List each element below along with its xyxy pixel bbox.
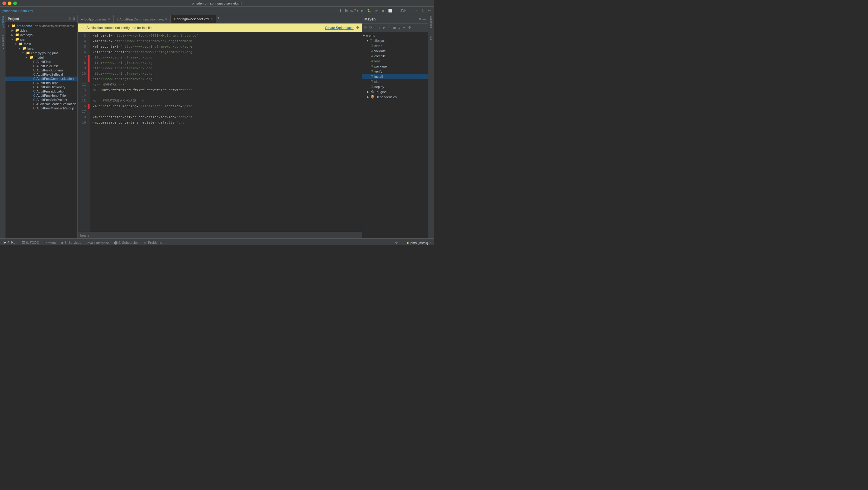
- database-tab[interactable]: Database: [430, 16, 433, 28]
- maven-settings-gear-btn[interactable]: ⚙: [407, 25, 412, 30]
- run-tab-close-btn[interactable]: ✕: [429, 241, 432, 244]
- editor-area: ≡ log4j.properties ✕ J AuditPmsCommunica…: [78, 15, 362, 238]
- code-line-8: http://www.springframework.org: [93, 60, 359, 66]
- maximize-button[interactable]: [13, 1, 17, 5]
- vcs-icon[interactable]: ⬆: [338, 8, 343, 13]
- tree-AuditPmsDept[interactable]: ▶ C AuditPmsDept: [5, 81, 78, 85]
- svn-history[interactable]: ↻: [421, 8, 425, 13]
- run-button[interactable]: ▶: [360, 8, 364, 13]
- tree-idea[interactable]: ▶ 📁 .idea: [5, 28, 78, 33]
- tree-AuditPmsDictionary[interactable]: ▶ C AuditPmsDictionary: [5, 85, 78, 89]
- svn-commit[interactable]: ✓: [414, 8, 419, 13]
- tree-model[interactable]: ▾ 📁 model: [5, 55, 78, 60]
- problems-tab[interactable]: ⚠ Problems: [142, 240, 163, 245]
- maven-reimport-btn[interactable]: ↻: [368, 25, 373, 30]
- toolbar-btn3[interactable]: ⬜: [387, 8, 393, 13]
- todo-tab[interactable]: ☰ 6: TODO: [21, 240, 40, 245]
- tree-overlays[interactable]: ▶ 📁 overlays: [5, 33, 78, 37]
- tree-AuditPmsMainTechGroup[interactable]: ▶ C AuditPmsMainTechGroup: [5, 106, 78, 110]
- breadcrumb-file[interactable]: pom.xml: [21, 9, 33, 13]
- tree-root-item[interactable]: ▾ 📁 pmsdemo ~/PRO/IdeaProjects/pmsdemo: [5, 24, 78, 28]
- maven-verify[interactable]: ⚙ verify: [362, 69, 428, 74]
- java-enterprise-tab[interactable]: Java Enterprise: [85, 241, 110, 245]
- maven-refresh-btn[interactable]: ⟳: [363, 25, 368, 30]
- tree-AuditFieldCommu[interactable]: ▶ C AuditFieldCommu: [5, 68, 78, 72]
- code-content[interactable]: xmlns:xsi="http://www.w3.org/2001/XMLSch…: [90, 32, 362, 232]
- maven-profiles-btn[interactable]: ≋: [402, 25, 407, 30]
- maven-m-btn[interactable]: m: [387, 26, 391, 30]
- main-layout: 1: Project 2: Structure Project ⚙ ⊞ ▾ 📁 …: [0, 15, 434, 238]
- svn-update[interactable]: ↓: [409, 9, 413, 13]
- toolbar-btn2[interactable]: ⏸: [380, 9, 385, 13]
- maven-root-arrow: ▾: [363, 34, 365, 37]
- maven-run-btn[interactable]: ▶: [382, 25, 386, 30]
- maven-pms-icon: ■: [366, 34, 368, 37]
- breadcrumb: pmsdemo › pom.xml: [2, 9, 33, 13]
- run-settings-icon[interactable]: ⚙: [395, 241, 398, 244]
- tab-xml[interactable]: X springmvc-servlet.xml ✕: [170, 15, 216, 23]
- maven-download-btn[interactable]: ↓: [373, 26, 377, 30]
- tab-log4j[interactable]: ≡ log4j.properties ✕: [78, 15, 114, 23]
- close-button[interactable]: [2, 1, 6, 5]
- svn-revert[interactable]: ↩: [427, 8, 432, 13]
- tree-AuditFieldSelfeval[interactable]: ▶ C AuditFieldSelfeval: [5, 72, 78, 76]
- maven-compile-icon: ⚙: [370, 54, 373, 58]
- maven-validate[interactable]: ⚙ validate: [362, 48, 428, 53]
- maven-install[interactable]: ⚙ install: [362, 74, 428, 79]
- maven-lifecycle-btn[interactable]: ≡: [398, 26, 401, 30]
- maven-pms-label: pms: [369, 34, 375, 37]
- tab-java-close[interactable]: ✕: [165, 18, 167, 21]
- tab-xml-close[interactable]: ✕: [210, 17, 213, 21]
- title-bar: pmsdemo – springmvc-servlet.xml: [0, 0, 434, 7]
- run-tab[interactable]: ▶ 4: Run: [2, 240, 19, 245]
- tree-AuditField[interactable]: ▶ C AuditField: [5, 60, 78, 64]
- run-close-icon[interactable]: —: [399, 241, 402, 244]
- maven-clean[interactable]: ⚙ clean: [362, 43, 428, 48]
- maven-compile[interactable]: ⚙ compile: [362, 53, 428, 58]
- panel-settings-icon[interactable]: ⚙: [69, 17, 71, 20]
- maven-skip-btn[interactable]: ⏭: [392, 26, 397, 30]
- maven-dependencies[interactable]: ▶ 📦 Dependencies: [362, 94, 428, 99]
- tree-src[interactable]: ▾ 📁 src: [5, 37, 78, 41]
- maven-close-icon[interactable]: —: [423, 18, 426, 21]
- tree-AuditPmsEducation[interactable]: ▶ C AuditPmsEducation: [5, 89, 78, 93]
- sidebar-project-label[interactable]: 1: Project: [1, 16, 4, 28]
- minimize-button[interactable]: [8, 1, 11, 5]
- tab-more-btn[interactable]: ▾: [217, 15, 219, 23]
- services-tab[interactable]: ▶ 8: Services: [60, 240, 82, 245]
- tree-AuditPmsLeaderEvaluation[interactable]: ▶ C AuditPmsLeaderEvaluation: [5, 102, 78, 106]
- panel-expand-icon[interactable]: ⊞: [73, 17, 75, 20]
- ant-tab[interactable]: Ant: [430, 36, 433, 40]
- server-dropdown[interactable]: Tomcat7 ▾: [344, 9, 358, 12]
- maven-package[interactable]: ⚙ package: [362, 64, 428, 69]
- maven-validate-label: validate: [374, 49, 386, 53]
- tab-java[interactable]: J AuditPmsCommunication.java ✕: [114, 15, 170, 23]
- code-line-9: http://www.springframework.org: [93, 66, 359, 71]
- tree-com-pkg[interactable]: ▾ 📁 com.yy.young.pms: [5, 51, 78, 55]
- run-tab-xml-icon: ▶: [407, 241, 409, 245]
- tree-AuditPmsJoinProject[interactable]: ▶ C AuditPmsJoinProject: [5, 98, 78, 102]
- tree-java[interactable]: ▾ 📁 java: [5, 46, 78, 51]
- terminal-tab[interactable]: Terminal: [43, 241, 58, 245]
- maven-site[interactable]: ⚙ site: [362, 79, 428, 84]
- create-spring-facet-link[interactable]: Create Spring facet: [325, 26, 353, 30]
- debug-button[interactable]: 🐛: [366, 8, 372, 13]
- tree-AuditPmsHonorTitle[interactable]: ▶ C AuditPmsHonorTitle: [5, 93, 78, 98]
- maven-plugins[interactable]: ▶ 🔌 Plugins: [362, 89, 428, 94]
- tree-AuditPmsCommunication[interactable]: ▶ C AuditPmsCommunication: [5, 76, 78, 81]
- maven-settings-icon[interactable]: ⚙: [418, 18, 421, 21]
- subversion-tab[interactable]: ⬤ 9: Subversion: [113, 240, 140, 245]
- maven-deploy[interactable]: ⚙ deploy: [362, 84, 428, 89]
- notification-settings-icon[interactable]: ⚙: [356, 26, 359, 30]
- tree-AuditFieldBase[interactable]: ▶ C AuditFieldBase: [5, 64, 78, 68]
- tab-log4j-close[interactable]: ✕: [108, 18, 110, 21]
- toolbar-btn1[interactable]: ⟳: [374, 8, 378, 13]
- maven-pms-root[interactable]: ▾ ■ pms: [362, 33, 428, 38]
- problems-icon: ⚠: [144, 241, 147, 244]
- breadcrumb-project[interactable]: pmsdemo: [2, 9, 17, 13]
- maven-test[interactable]: ⚙ test: [362, 58, 428, 64]
- maven-lifecycle-item[interactable]: ▾ ⚙ Lifecycle: [362, 38, 428, 43]
- sidebar-structure-label[interactable]: 2: Structure: [1, 35, 4, 49]
- tree-main[interactable]: ▾ 📁 main: [5, 41, 78, 46]
- maven-add-btn[interactable]: +: [378, 26, 381, 30]
